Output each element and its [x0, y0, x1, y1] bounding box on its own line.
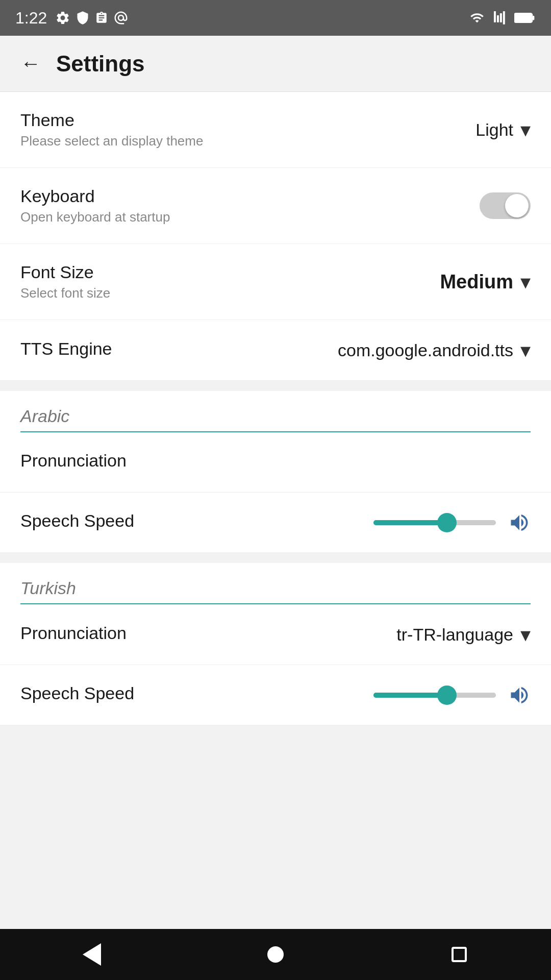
- status-right: [468, 10, 536, 26]
- turkish-speed-row: Speech Speed: [0, 665, 551, 725]
- fontsize-value: Medium: [440, 271, 513, 293]
- keyboard-setting-left: Keyboard Open keyboard at startup: [20, 186, 480, 225]
- clipboard-icon: [95, 10, 108, 26]
- turkish-volume-icon[interactable]: [508, 684, 531, 706]
- nav-recents-icon: [452, 947, 467, 962]
- arabic-pronunciation-left: Pronunciation: [20, 451, 531, 474]
- turkish-speed-left: Speech Speed: [20, 683, 373, 706]
- bottom-nav: [0, 929, 551, 980]
- back-arrow-icon: ←: [20, 52, 41, 75]
- app-bar: ← Settings: [0, 36, 551, 92]
- arabic-volume-icon[interactable]: [508, 511, 531, 534]
- status-left: 1:22: [15, 9, 129, 28]
- nav-back-icon: [83, 943, 101, 966]
- arabic-speed-row: Speech Speed: [0, 493, 551, 553]
- turkish-pronunciation-right[interactable]: tr-TR-language ▾: [396, 623, 531, 646]
- turkish-pronunciation-left: Pronunciation: [20, 623, 396, 646]
- turkish-section-title: Turkish: [20, 578, 531, 604]
- arabic-speed-right[interactable]: [373, 511, 531, 534]
- theme-setting-left: Theme Please select an display theme: [20, 110, 475, 149]
- arabic-pronunciation-label: Pronunciation: [20, 451, 531, 471]
- keyboard-label: Keyboard: [20, 186, 480, 206]
- arabic-pronunciation-row: Pronunciation: [0, 432, 551, 493]
- nav-home-button[interactable]: [255, 934, 296, 975]
- at-icon: [113, 10, 129, 26]
- page-title: Settings: [56, 51, 145, 77]
- turkish-pronunciation-chevron-icon: ▾: [520, 623, 531, 646]
- arabic-slider-thumb[interactable]: [437, 513, 457, 532]
- arabic-section-title: Arabic: [20, 406, 531, 432]
- status-icons: [55, 10, 129, 26]
- shield-icon: [76, 10, 90, 26]
- arabic-slider-track[interactable]: [373, 520, 496, 525]
- arabic-slider-fill: [373, 520, 447, 525]
- fontsize-setting-right[interactable]: Medium ▾: [440, 270, 531, 293]
- turkish-speed-label: Speech Speed: [20, 683, 373, 703]
- turkish-rows: Pronunciation tr-TR-language ▾ Speech Sp…: [0, 604, 551, 725]
- arabic-section: Arabic Pronunciation Speech Speed: [0, 391, 551, 553]
- back-button[interactable]: ←: [15, 48, 46, 79]
- tts-setting-left: TTS Engine: [20, 339, 338, 362]
- tts-setting-right[interactable]: com.google.android.tts ▾: [338, 338, 531, 362]
- turkish-section-header: Turkish: [0, 563, 551, 604]
- turkish-pronunciation-row[interactable]: Pronunciation tr-TR-language ▾: [0, 604, 551, 665]
- fontsize-label: Font Size: [20, 262, 440, 282]
- arabic-section-header: Arabic: [0, 391, 551, 432]
- turkish-slider-fill: [373, 693, 447, 698]
- status-bar: 1:22: [0, 0, 551, 36]
- nav-recents-button[interactable]: [439, 934, 480, 975]
- settings-content: Theme Please select an display theme Lig…: [0, 92, 551, 381]
- status-time: 1:22: [15, 9, 47, 28]
- arabic-speed-label: Speech Speed: [20, 511, 373, 531]
- theme-value: Light: [475, 120, 513, 140]
- keyboard-setting-right[interactable]: [480, 192, 531, 219]
- turkish-pronunciation-label: Pronunciation: [20, 623, 396, 643]
- nav-home-icon: [267, 946, 284, 963]
- gear-icon: [55, 10, 70, 26]
- fontsize-setting-left: Font Size Select font size: [20, 262, 440, 301]
- svg-rect-1: [533, 16, 535, 20]
- keyboard-setting-row: Keyboard Open keyboard at startup: [0, 168, 551, 244]
- svg-rect-0: [514, 13, 532, 22]
- theme-setting-row[interactable]: Theme Please select an display theme Lig…: [0, 92, 551, 168]
- tts-chevron-icon: ▾: [520, 338, 531, 362]
- turkish-speed-right[interactable]: [373, 684, 531, 706]
- keyboard-toggle[interactable]: [480, 192, 531, 219]
- turkish-slider-thumb[interactable]: [437, 685, 457, 705]
- battery-icon: [514, 12, 536, 24]
- fontsize-chevron-icon: ▾: [520, 270, 531, 293]
- theme-setting-right[interactable]: Light ▾: [475, 118, 531, 141]
- theme-chevron-icon: ▾: [520, 118, 531, 141]
- turkish-slider-container[interactable]: [373, 684, 531, 706]
- tts-label: TTS Engine: [20, 339, 338, 359]
- tts-value: com.google.android.tts: [338, 340, 513, 360]
- arabic-slider-container[interactable]: [373, 511, 531, 534]
- turkish-slider-track[interactable]: [373, 693, 496, 698]
- fontsize-setting-row[interactable]: Font Size Select font size Medium ▾: [0, 244, 551, 320]
- arabic-speed-left: Speech Speed: [20, 511, 373, 534]
- arabic-rows: Pronunciation Speech Speed: [0, 432, 551, 553]
- tts-setting-row[interactable]: TTS Engine com.google.android.tts ▾: [0, 320, 551, 381]
- fontsize-sublabel: Select font size: [20, 285, 440, 301]
- turkish-pronunciation-value: tr-TR-language: [396, 625, 513, 645]
- theme-sublabel: Please select an display theme: [20, 133, 475, 149]
- keyboard-sublabel: Open keyboard at startup: [20, 209, 480, 225]
- toggle-thumb: [505, 194, 529, 217]
- nav-back-button[interactable]: [71, 934, 112, 975]
- theme-label: Theme: [20, 110, 475, 130]
- turkish-section: Turkish Pronunciation tr-TR-language ▾ S…: [0, 563, 551, 725]
- wifi-icon: [468, 11, 486, 25]
- signal-icon: [493, 10, 507, 26]
